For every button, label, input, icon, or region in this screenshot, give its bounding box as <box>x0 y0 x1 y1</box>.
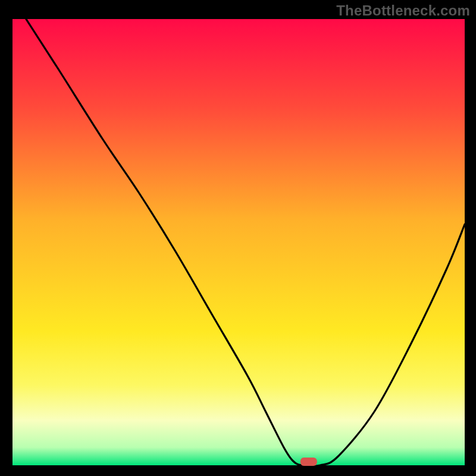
optimal-marker <box>300 458 317 466</box>
watermark-text: TheBottleneck.com <box>336 2 470 19</box>
chart-frame: TheBottleneck.com <box>0 0 476 476</box>
bottleneck-chart <box>0 0 476 476</box>
gradient-background <box>12 19 465 465</box>
